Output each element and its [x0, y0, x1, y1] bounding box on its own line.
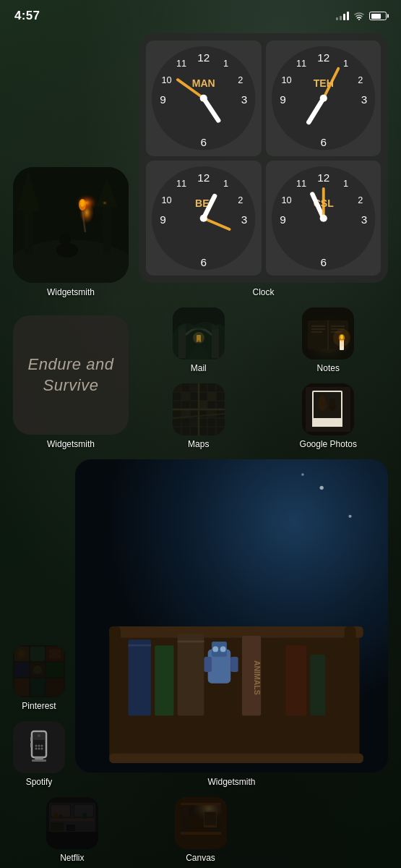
svg-rect-102 — [199, 401, 207, 409]
svg-point-27 — [200, 95, 207, 102]
svg-text:3: 3 — [361, 213, 367, 226]
status-bar: 4:57 — [0, 0, 401, 27]
svg-rect-193 — [181, 832, 221, 835]
svg-text:12: 12 — [317, 171, 329, 183]
gphotos-label: Google Photos — [300, 439, 357, 449]
maps-gphotos-row: Maps — [139, 383, 388, 449]
notes-label: Notes — [317, 363, 340, 373]
widgetsmith-app-1[interactable]: Widgetsmith — [13, 167, 129, 297]
widgetsmith-text-label: Widgetsmith — [47, 439, 95, 449]
svg-text:11: 11 — [176, 58, 186, 69]
netflix-app[interactable]: Netflix — [13, 797, 131, 863]
svg-rect-170 — [310, 655, 325, 715]
widgetsmith-bookshelf[interactable]: ANIMALS Widgetsmith — [75, 459, 388, 787]
svg-rect-169 — [285, 645, 306, 715]
svg-text:MAN: MAN — [192, 77, 215, 89]
svg-text:3: 3 — [241, 213, 248, 226]
svg-point-139 — [38, 745, 40, 747]
svg-text:6: 6 — [200, 256, 207, 268]
svg-rect-179 — [53, 813, 58, 819]
signal-icon — [336, 12, 349, 20]
svg-rect-164 — [204, 657, 211, 672]
svg-point-12 — [80, 200, 85, 207]
widgetsmith-quote: Endure and Survive — [25, 354, 117, 396]
svg-point-8 — [59, 234, 71, 245]
clock-face-bei: 12 3 6 9 1 2 10 11 BEI — [146, 161, 262, 276]
svg-rect-155 — [128, 639, 150, 715]
clock-widget[interactable]: 12 3 6 9 1 2 10 11 MAN — [139, 33, 388, 297]
svg-text:9: 9 — [160, 93, 166, 106]
widgetsmith-text-widget[interactable]: Endure and Survive Widgetsmith — [13, 315, 129, 449]
svg-rect-165 — [230, 657, 238, 672]
svg-point-116 — [319, 396, 326, 403]
svg-text:12: 12 — [197, 171, 210, 183]
pinterest-app[interactable]: Pinterest — [13, 645, 65, 711]
svg-rect-145 — [32, 760, 46, 762]
svg-point-163 — [220, 646, 226, 652]
svg-rect-136 — [30, 737, 32, 741]
svg-text:1: 1 — [223, 178, 228, 189]
spotify-app[interactable]: Spotify — [13, 721, 65, 787]
mail-label: Mail — [191, 363, 207, 373]
svg-rect-101 — [190, 383, 199, 392]
svg-point-7 — [56, 243, 78, 258]
mail-notes-row: Mail — [139, 307, 388, 373]
svg-text:10: 10 — [161, 195, 171, 205]
status-icons — [336, 12, 387, 20]
svg-text:10: 10 — [161, 75, 171, 85]
svg-text:10: 10 — [281, 75, 291, 85]
svg-rect-99 — [173, 383, 181, 392]
netflix-label: Netflix — [60, 853, 84, 863]
clock-face-teh: 12 3 6 9 1 2 10 11 TEH — [266, 41, 381, 156]
row-1: Widgetsmith 12 3 6 9 — [13, 33, 388, 297]
svg-text:1: 1 — [223, 58, 228, 69]
maps-app[interactable]: Maps — [139, 383, 259, 449]
svg-rect-183 — [66, 825, 75, 831]
svg-text:2: 2 — [238, 75, 243, 85]
mail-app[interactable]: Mail — [139, 307, 259, 373]
svg-rect-128 — [30, 678, 45, 696]
svg-text:11: 11 — [176, 178, 186, 189]
svg-point-148 — [320, 486, 324, 490]
clock-grid: 12 3 6 9 1 2 10 11 MAN — [139, 33, 388, 283]
svg-rect-126 — [46, 663, 64, 677]
svg-text:1: 1 — [342, 58, 348, 69]
svg-point-150 — [301, 473, 304, 476]
svg-text:9: 9 — [160, 213, 166, 226]
svg-point-118 — [329, 399, 335, 404]
svg-rect-167 — [264, 639, 282, 715]
svg-point-53 — [200, 214, 207, 221]
svg-text:6: 6 — [200, 136, 207, 148]
gphotos-app[interactable]: Google Photos — [269, 383, 389, 449]
svg-text:11: 11 — [296, 58, 306, 69]
svg-rect-133 — [13, 721, 65, 773]
clock-face-man: 12 3 6 9 1 2 10 11 MAN — [146, 41, 262, 156]
widgetsmith-label-1: Widgetsmith — [47, 287, 95, 297]
svg-point-66 — [319, 214, 327, 221]
svg-text:12: 12 — [317, 51, 329, 64]
svg-rect-106 — [207, 392, 216, 401]
svg-rect-196 — [189, 807, 194, 815]
svg-point-149 — [348, 515, 351, 518]
svg-rect-103 — [207, 409, 216, 418]
svg-rect-192 — [204, 812, 216, 825]
svg-rect-124 — [14, 663, 29, 677]
svg-point-140 — [41, 745, 43, 747]
notes-app[interactable]: Notes — [269, 307, 389, 373]
status-time: 4:57 — [14, 9, 40, 23]
svg-text:11: 11 — [296, 178, 306, 189]
svg-rect-105 — [190, 418, 199, 427]
clock-face-csl: 12 3 6 9 1 2 10 11 CSL — [266, 161, 381, 276]
svg-rect-144 — [35, 757, 43, 760]
svg-text:9: 9 — [280, 93, 286, 106]
svg-rect-181 — [82, 813, 87, 819]
svg-rect-180 — [59, 814, 62, 819]
svg-text:12: 12 — [197, 51, 210, 64]
pinterest-label: Pinterest — [22, 701, 56, 711]
svg-text:2: 2 — [358, 75, 363, 85]
svg-rect-171 — [109, 754, 363, 763]
svg-point-87 — [333, 329, 350, 346]
canvas-app[interactable]: Canvas — [142, 797, 260, 863]
canvas-label: Canvas — [186, 853, 215, 863]
svg-rect-184 — [46, 832, 98, 849]
